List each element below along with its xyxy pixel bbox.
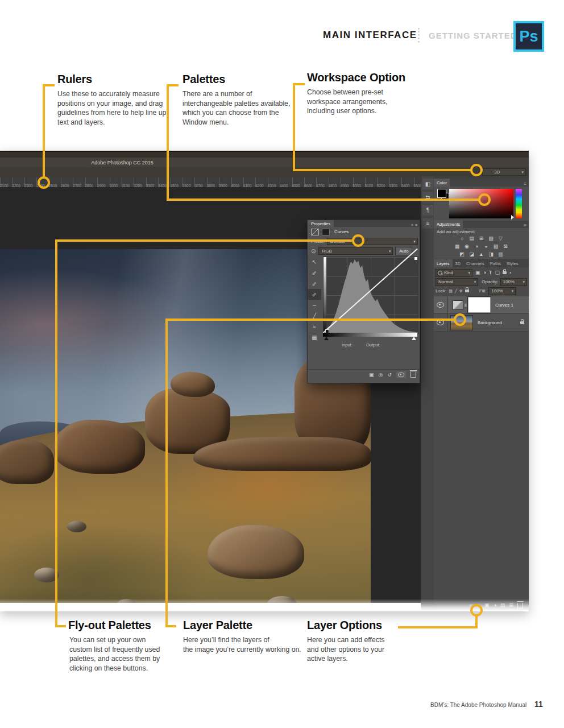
callout-circle-workspace: [470, 164, 483, 176]
adjustment-icon[interactable]: ▲: [478, 251, 484, 258]
adjustment-icon[interactable]: ◪: [468, 251, 475, 258]
tab-styles[interactable]: Styles: [504, 259, 521, 267]
adjustment-icon[interactable]: ⊠: [503, 243, 509, 250]
curves-tool-icon[interactable]: ↖: [308, 257, 321, 267]
callout-line-layer-options: [475, 617, 478, 628]
targeted-adjustment-icon[interactable]: ⊙: [311, 248, 316, 254]
panel-menu-icon[interactable]: ≡: [524, 223, 529, 228]
adjustment-icon[interactable]: ◉: [464, 243, 470, 250]
fill-value: 100%: [491, 288, 503, 293]
histogram-shape: [324, 257, 418, 333]
adjustment-icon[interactable]: ◨: [488, 251, 494, 258]
adjustment-icon[interactable]: ◒: [483, 243, 490, 250]
highlight-slider[interactable]: [412, 337, 416, 340]
chevron-down-icon: ▾: [521, 170, 524, 175]
fill-field[interactable]: 100% ▾: [488, 287, 516, 295]
adjustment-icon[interactable]: ▦: [454, 243, 461, 250]
ruler-number: 2300: [24, 184, 36, 188]
photo-rock-ridge-band: [193, 437, 371, 471]
filter-shape-icon[interactable]: ▢: [495, 270, 500, 276]
opacity-field[interactable]: 100% ▾: [500, 278, 528, 286]
callout-line-layer-palette: [165, 318, 168, 627]
curves-tool-icon[interactable]: ▦: [308, 332, 321, 343]
lock-transparency-icon[interactable]: ▨: [449, 288, 453, 294]
ruler-number: 2600: [61, 184, 73, 188]
ruler-number: 2700: [73, 184, 85, 188]
panel-collapse-icon[interactable]: »: [411, 223, 415, 227]
reset-icon[interactable]: ↺: [387, 372, 392, 378]
callout-line-palettes: [167, 84, 169, 201]
lock-position-icon[interactable]: ✜: [459, 288, 463, 294]
adjustment-icon[interactable]: ☼: [459, 235, 465, 242]
filter-smart-object-icon[interactable]: [503, 271, 507, 274]
curves-tool-icon[interactable]: ⇙: [308, 267, 321, 278]
curve-point-highlight[interactable]: [414, 257, 417, 260]
flyout-palette-button[interactable]: ≡: [422, 218, 433, 229]
foreground-color-swatch[interactable]: [437, 189, 446, 198]
callout-line: Window menu.: [183, 118, 290, 127]
flyout-palette-button[interactable]: ◧: [422, 179, 433, 189]
horizontal-ruler[interactable]: 2100220023002400250026002700280029003000…: [0, 177, 434, 188]
callout-line-rulers: [43, 84, 45, 177]
tab-adjustments[interactable]: Adjustments: [434, 220, 463, 228]
curves-thumbnail[interactable]: [453, 300, 463, 310]
delete-adjustment-icon[interactable]: [410, 372, 416, 378]
filter-toggle-icon[interactable]: ●: [509, 270, 511, 276]
tab-paths[interactable]: Paths: [487, 259, 504, 267]
flyout-palette-button[interactable]: ¶: [422, 205, 433, 216]
panel-menu-icon[interactable]: ≡: [524, 181, 529, 187]
filter-pixel-icon[interactable]: ▣: [475, 270, 480, 276]
adjustment-icon[interactable]: ▧: [493, 243, 499, 250]
hue-slider[interactable]: [516, 189, 522, 218]
toggle-visibility-button[interactable]: [396, 371, 406, 378]
callout-line: which you can choose from the: [183, 108, 290, 118]
hue-marker-icon: [511, 215, 514, 220]
curves-tool-icon[interactable]: ⇙: [308, 289, 321, 300]
workspace-dropdown[interactable]: 3D ▾: [482, 168, 526, 176]
flyout-palette-button[interactable]: ⇆: [422, 192, 433, 202]
tab-color[interactable]: Color: [434, 179, 450, 187]
filter-adjustment-icon[interactable]: ◑: [483, 270, 486, 276]
lock-pixels-icon[interactable]: ╱: [455, 288, 457, 294]
ruler-number: 4500: [292, 184, 304, 188]
channel-dropdown[interactable]: RGB ▾: [318, 247, 393, 255]
ruler-number: 4300: [268, 184, 280, 188]
lock-all-icon[interactable]: [465, 289, 469, 292]
panel-column: Color ≡ Adjustments ≡ Add an adjustment …: [434, 176, 529, 610]
tab-3d[interactable]: 3D: [453, 259, 464, 267]
adjustment-icon[interactable]: ▤: [468, 235, 475, 242]
previous-state-icon[interactable]: ◎: [379, 372, 383, 378]
callout-line: the image you’re currently working on.: [183, 645, 301, 655]
ruler-number: 4000: [231, 184, 243, 188]
input-label: Input:: [342, 342, 353, 348]
layer-row-background[interactable]: Background: [434, 314, 529, 332]
curves-tool-icon[interactable]: ⇙: [308, 278, 321, 289]
filter-kind-dropdown[interactable]: Kind ▾: [436, 269, 472, 277]
layer-mask-thumbnail[interactable]: [468, 297, 491, 313]
layer-name[interactable]: Background: [478, 320, 502, 325]
clip-to-layer-icon[interactable]: ▣: [369, 372, 374, 378]
panel-menu-icon[interactable]: ≡: [415, 223, 420, 227]
adjustment-icon[interactable]: ▨: [488, 235, 494, 242]
layer-row-curves[interactable]: 8 Curves 1: [434, 296, 529, 314]
tab-channels[interactable]: Channels: [463, 259, 487, 267]
curves-tool-icon[interactable]: ∼: [308, 300, 321, 311]
footer-text: BDM’s: The Adobe Photoshop Manual: [430, 702, 526, 708]
adjustment-icon[interactable]: ⊞: [478, 235, 484, 242]
visibility-eye-icon[interactable]: [437, 302, 444, 308]
tab-layers[interactable]: Layers: [434, 259, 453, 267]
blend-mode-dropdown[interactable]: Normal ▾: [436, 278, 478, 286]
adjustment-icon[interactable]: ▽: [497, 235, 504, 242]
input-gradient-bar: [323, 333, 417, 337]
filter-type-icon[interactable]: T: [489, 270, 492, 276]
adjustment-icon[interactable]: ▥: [497, 251, 504, 258]
callout-workspace-title: Workspace Option: [307, 71, 405, 84]
curves-histogram[interactable]: [323, 257, 418, 334]
adjustment-icon[interactable]: ◑: [474, 243, 480, 250]
adjustment-icon[interactable]: ◩: [459, 251, 465, 258]
tab-properties[interactable]: Properties: [308, 220, 334, 227]
callout-line: palettes, and access them by: [69, 654, 160, 664]
curves-tool-icon[interactable]: ≈: [308, 321, 321, 332]
shadow-slider[interactable]: [324, 337, 329, 340]
layer-name[interactable]: Curves 1: [495, 303, 513, 308]
